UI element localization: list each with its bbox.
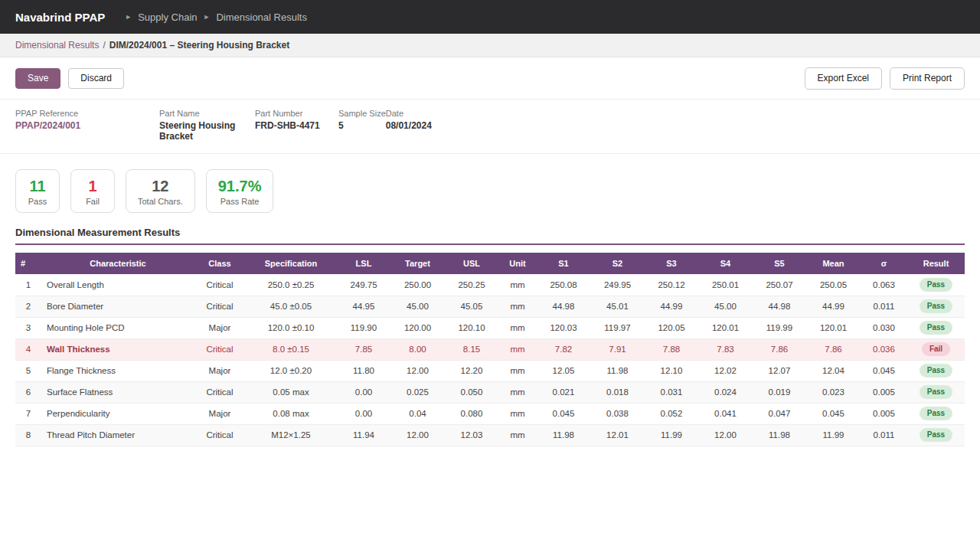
usl-cell: 12.03 (445, 424, 498, 446)
s1-cell: 11.98 (537, 424, 590, 446)
top-navbar: Navabrind PPAP ► Supply Chain ► Dimensio… (0, 0, 980, 34)
usl-cell: 120.10 (445, 317, 498, 338)
stat-value: 12 (138, 177, 183, 195)
s3-cell: 11.99 (645, 424, 698, 446)
table-row[interactable]: 4 Wall Thickness Critical 8.0 ±0.15 7.85… (15, 338, 965, 360)
row-number-cell: 8 (15, 424, 41, 446)
s4-cell: 250.01 (698, 274, 753, 296)
status-badge: Pass (920, 299, 952, 313)
specification-cell: 250.0 ±0.25 (245, 274, 337, 296)
lsl-cell: 0.00 (337, 381, 390, 403)
lsl-cell: 11.80 (337, 360, 390, 381)
s3-cell: 0.052 (645, 403, 698, 424)
usl-cell: 8.15 (445, 338, 498, 360)
info-field: Part Name Steering Housing Bracket (159, 109, 255, 142)
unit-cell: mm (498, 296, 537, 317)
result-cell: Pass (907, 381, 965, 403)
table-row[interactable]: 7 Perpendicularity Major 0.08 max 0.00 0… (15, 403, 965, 424)
row-number-cell: 1 (15, 274, 41, 296)
mean-cell: 7.86 (806, 338, 861, 360)
target-cell: 0.04 (390, 403, 445, 424)
column-header: LSL (337, 253, 390, 274)
status-badge: Fail (922, 342, 950, 356)
breadcrumb-parent-link[interactable]: Dimensional Results (15, 40, 99, 51)
s2-cell: 0.038 (590, 403, 645, 424)
s2-cell: 119.97 (590, 317, 645, 338)
usl-cell: 12.20 (445, 360, 498, 381)
sigma-cell: 0.011 (861, 424, 907, 446)
sigma-cell: 0.011 (861, 296, 907, 317)
column-header: Characteristic (41, 253, 194, 274)
s1-cell: 7.82 (537, 338, 590, 360)
s2-cell: 249.95 (590, 274, 645, 296)
row-number-cell: 2 (15, 296, 41, 317)
column-header: Mean (806, 253, 861, 274)
column-header: Target (390, 253, 445, 274)
target-cell: 8.00 (390, 338, 445, 360)
unit-cell: mm (498, 424, 537, 446)
sigma-cell: 0.030 (861, 317, 907, 338)
export-excel-button[interactable]: Export Excel (805, 67, 882, 90)
menu-item-dimensional-results[interactable]: Dimensional Results (216, 11, 307, 23)
info-field-label: Date (386, 109, 432, 118)
class-cell: Critical (194, 424, 245, 446)
column-header: S3 (645, 253, 698, 274)
sigma-cell: 0.005 (861, 403, 907, 424)
class-cell: Critical (194, 296, 245, 317)
stat-value: 11 (28, 177, 47, 195)
column-header: S1 (537, 253, 590, 274)
s5-cell: 119.99 (753, 317, 806, 338)
class-cell: Critical (194, 274, 245, 296)
app-title[interactable]: Navabrind PPAP (15, 11, 105, 24)
mean-cell: 11.99 (806, 424, 861, 446)
s1-cell: 250.08 (537, 274, 590, 296)
class-cell: Critical (194, 338, 245, 360)
s1-cell: 12.05 (537, 360, 590, 381)
row-number-cell: 6 (15, 381, 41, 403)
s5-cell: 0.047 (753, 403, 806, 424)
column-header: σ (861, 253, 907, 274)
column-header: USL (445, 253, 498, 274)
lsl-cell: 11.94 (337, 424, 390, 446)
menu-item-supply-chain[interactable]: Supply Chain (138, 11, 197, 23)
specification-cell: 12.0 ±0.20 (245, 360, 337, 381)
s5-cell: 0.019 (753, 381, 806, 403)
s5-cell: 44.98 (753, 296, 806, 317)
s5-cell: 250.07 (753, 274, 806, 296)
stat-value: 91.7% (218, 177, 262, 195)
column-header: Specification (245, 253, 337, 274)
row-number-cell: 5 (15, 360, 41, 381)
breadcrumb: Dimensional Results / DIM/2024/001 – Ste… (0, 34, 980, 57)
info-field-value: 08/01/2024 (386, 120, 432, 131)
table-row[interactable]: 5 Flange Thickness Major 12.0 ±0.20 11.8… (15, 360, 965, 381)
column-header: Class (194, 253, 245, 274)
mean-cell: 44.99 (806, 296, 861, 317)
result-cell: Pass (907, 317, 965, 338)
info-field-value: FRD-SHB-4471 (255, 120, 338, 131)
result-cell: Pass (907, 424, 965, 446)
column-header: S4 (698, 253, 753, 274)
table-row[interactable]: 3 Mounting Hole PCD Major 120.0 ±0.10 11… (15, 317, 965, 338)
save-button[interactable]: Save (15, 68, 60, 89)
discard-button[interactable]: Discard (68, 68, 124, 89)
table-row[interactable]: 1 Overall Length Critical 250.0 ±0.25 24… (15, 274, 965, 296)
lsl-cell: 44.95 (337, 296, 390, 317)
stat-value: 1 (83, 177, 103, 195)
usl-cell: 0.050 (445, 381, 498, 403)
specification-cell: 120.0 ±0.10 (245, 317, 337, 338)
s5-cell: 12.07 (753, 360, 806, 381)
stat-card: 12 Total Chars. (126, 169, 195, 213)
table-row[interactable]: 6 Surface Flatness Critical 0.05 max 0.0… (15, 381, 965, 403)
mean-cell: 0.045 (806, 403, 861, 424)
target-cell: 12.00 (390, 360, 445, 381)
characteristic-cell: Wall Thickness (41, 338, 194, 360)
s3-cell: 7.88 (645, 338, 698, 360)
lsl-cell: 0.00 (337, 403, 390, 424)
table-row[interactable]: 8 Thread Pitch Diameter Critical M12×1.2… (15, 424, 965, 446)
table-row[interactable]: 2 Bore Diameter Critical 45.0 ±0.05 44.9… (15, 296, 965, 317)
print-report-button[interactable]: Print Report (890, 67, 965, 90)
s4-cell: 12.00 (698, 424, 753, 446)
s3-cell: 0.031 (645, 381, 698, 403)
status-badge: Pass (920, 407, 952, 420)
mean-cell: 0.023 (806, 381, 861, 403)
